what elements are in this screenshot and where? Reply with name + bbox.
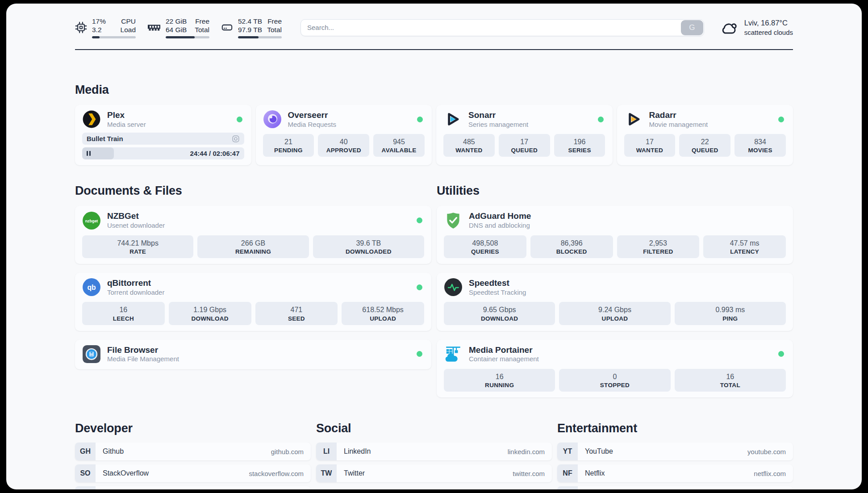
ram-stat: 22 GiBFree 64 GiBTotal (147, 17, 209, 38)
ram-icon (147, 24, 161, 32)
weather-location-temp: Lviv, 16.87°C (744, 18, 793, 28)
disk-free-label: Free (267, 17, 282, 25)
ram-progress-bar (166, 36, 209, 38)
link-url: twitter.com (513, 470, 545, 477)
search-engine-button[interactable]: G (681, 20, 703, 35)
app-name: Radarr (649, 110, 708, 121)
link-url: github.com (271, 448, 304, 455)
sonarr-icon (443, 110, 462, 129)
link-badge: DT (75, 486, 96, 489)
link-badge: GH (75, 443, 96, 460)
app-name: File Browser (107, 345, 179, 355)
section-social: Social LI LinkedIn linkedin.com TW Twitt… (316, 422, 552, 482)
status-dot (417, 117, 423, 122)
ram-free-label: Free (195, 17, 209, 25)
app-name: Speedtest (469, 278, 526, 288)
speedtest-icon (444, 278, 463, 297)
link-name: Github (103, 447, 124, 455)
app-name: NZBGet (107, 211, 165, 221)
app-card-plex[interactable]: Plex Media server Bullet Train (75, 105, 251, 166)
app-card-portainer[interactable]: Media Portainer Container management 16R… (437, 340, 793, 398)
media-section-title: Media (75, 83, 793, 97)
app-card-qbittorrent[interactable]: qb qBittorrent Torrent downloader 16LEEC… (75, 273, 431, 331)
app-subtitle: Container management (469, 355, 539, 363)
link-linkedin[interactable]: LI LinkedIn linkedin.com (316, 443, 552, 460)
link-badge: TW (316, 464, 337, 482)
status-dot (417, 284, 422, 290)
link-youtube[interactable]: YT YouTube youtube.com (557, 443, 793, 460)
app-card-sonarr[interactable]: Sonarr Series management 485WANTED 17QUE… (436, 105, 613, 166)
cloud-icon (720, 20, 739, 36)
app-card-radarr[interactable]: Radarr Movie management 17WANTED 22QUEUE… (617, 105, 793, 166)
link-badge: SO (75, 464, 96, 482)
link-stackoverflow[interactable]: SO StackOverflow stackoverflow.com (75, 464, 311, 482)
entertainment-section-title: Entertainment (557, 422, 793, 435)
link-twitter[interactable]: TW Twitter twitter.com (316, 464, 552, 482)
pause-icon[interactable] (87, 151, 91, 156)
adguard-icon (444, 211, 463, 230)
search-input[interactable] (300, 19, 704, 36)
app-card-filebrowser[interactable]: File Browser Media File Management (75, 340, 431, 370)
cpu-icon (75, 21, 87, 33)
stat-wanted: 485WANTED (443, 134, 495, 157)
app-card-nzbget[interactable]: nzbget NZBGet Usenet downloader 744.21 M… (75, 206, 431, 264)
stat-upload: 9.24 GbpsUPLOAD (559, 302, 670, 325)
link-url: linkedin.com (508, 448, 545, 455)
link-netflix[interactable]: NF Netflix netflix.com (557, 464, 793, 482)
app-subtitle: DNS and adblocking (469, 221, 531, 230)
social-section-title: Social (316, 422, 552, 435)
link-url: stackoverflow.com (249, 470, 304, 477)
app-subtitle: Media server (107, 121, 146, 129)
cpu-load-label: Load (121, 25, 136, 34)
documents-section-title: Documents & Files (75, 184, 431, 198)
cpu-progress-bar (92, 36, 136, 38)
status-dot (598, 117, 604, 122)
stat-series: 196SERIES (554, 134, 605, 157)
link-url: youtube.com (747, 448, 786, 455)
portainer-icon (444, 345, 463, 363)
disk-stat: 52.4 TBFree 97.9 TBTotal (221, 17, 282, 38)
link-reddit[interactable]: RE Reddit reddit.com (557, 486, 793, 489)
link-name: LinkedIn (344, 447, 371, 455)
link-badge: RE (557, 486, 578, 489)
link-url: netflix.com (754, 470, 786, 477)
app-subtitle: Series management (468, 121, 528, 129)
dashboard-page: 17%CPU 3.2Load 22 GiBFree (6, 4, 862, 489)
filebrowser-icon (82, 345, 101, 363)
stat-movies: 834MOVIES (734, 134, 786, 157)
video-camera-icon[interactable] (232, 135, 240, 143)
weather-condition: scattered clouds (744, 28, 793, 37)
stat-upload: 618.52 MbpsUPLOAD (342, 302, 424, 325)
app-subtitle: Media File Management (107, 355, 179, 363)
stat-leech: 16LEECH (82, 302, 165, 325)
utilities-section-title: Utilities (437, 184, 793, 198)
ram-total: 64 GiB (166, 25, 187, 34)
app-subtitle: Movie management (649, 121, 708, 129)
disk-icon (221, 21, 233, 33)
link-name: StackOverflow (103, 469, 149, 477)
disk-total-label: Total (267, 25, 282, 34)
stat-queries: 498,508QUERIES (444, 235, 526, 258)
app-card-overseerr[interactable]: Overseerr Media Requests 21PENDING 40APP… (256, 105, 432, 166)
stat-available: 945AVAILABLE (373, 134, 425, 157)
app-subtitle: Media Requests (288, 121, 336, 129)
app-name: Media Portainer (469, 345, 539, 355)
disk-total: 97.9 TB (238, 25, 262, 34)
now-playing-row: Bullet Train (82, 133, 244, 145)
stat-total: 16TOTAL (675, 369, 786, 392)
stat-blocked: 86,396BLOCKED (530, 235, 613, 258)
link-name: Twitter (344, 469, 365, 477)
link-dev[interactable]: DT DEV dev.to (75, 486, 311, 489)
stat-wanted: 17WANTED (624, 134, 676, 157)
stat-pending: 21PENDING (263, 134, 314, 157)
section-utilities: Utilities AdGuard Home (437, 184, 793, 397)
app-card-speedtest[interactable]: Speedtest Speedtest Tracking 9.65 GbpsDO… (437, 273, 793, 331)
app-card-adguard[interactable]: AdGuard Home DNS and adblocking 498,508Q… (437, 206, 793, 264)
status-dot (778, 351, 784, 357)
link-github[interactable]: GH Github github.com (75, 443, 311, 460)
app-name: AdGuard Home (469, 211, 531, 221)
app-subtitle: Usenet downloader (107, 221, 165, 230)
stat-remaining: 266 GBREMAINING (197, 235, 309, 258)
section-media: Media Plex Media server (75, 83, 793, 166)
section-documents: Documents & Files nzbget NZBGet Usenet d… (75, 184, 431, 369)
